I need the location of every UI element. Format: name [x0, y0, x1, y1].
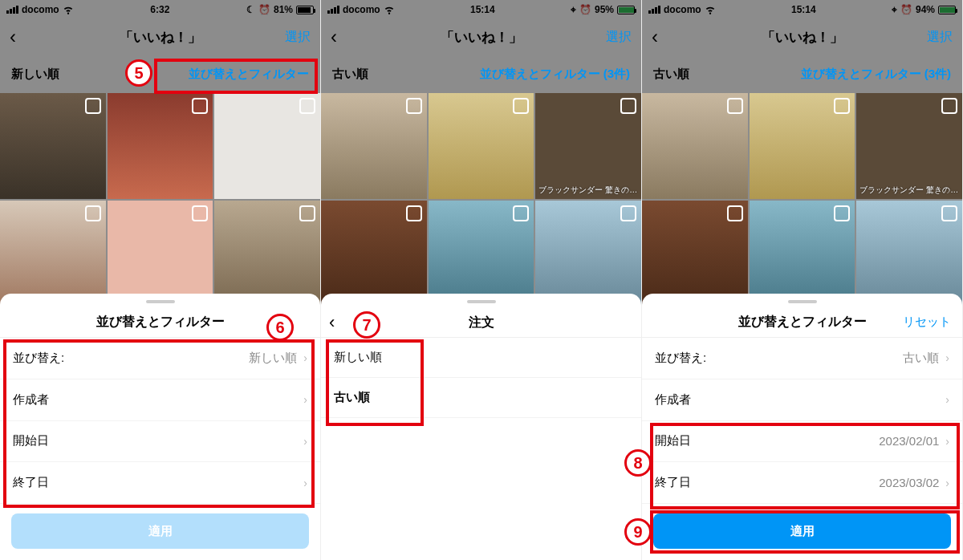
sheet-header: 並び替えとフィルター リセット	[642, 308, 962, 337]
filter-sheet: 並び替えとフィルター リセット 並び替え: 古い順› 作成者 › 開始日 202…	[642, 294, 962, 560]
select-checkbox[interactable]	[727, 98, 743, 114]
thumbnail-grid: 思い出 他人	[0, 93, 320, 326]
thumbnail[interactable]: ブラックサンダー 驚きの真実	[535, 93, 641, 199]
thumbnail[interactable]: ブラックサンダー 驚きの真実	[856, 93, 962, 199]
page-title: 「いいね！」	[120, 28, 201, 47]
select-checkbox[interactable]	[513, 205, 529, 221]
sheet-title: 並び替えとフィルター	[738, 314, 867, 331]
row-value: 2023/03/02	[879, 476, 939, 489]
select-checkbox[interactable]	[727, 205, 743, 221]
select-button[interactable]: 選択	[285, 29, 311, 46]
thumbnail[interactable]	[214, 201, 320, 306]
select-button[interactable]: 選択	[606, 29, 632, 46]
thumbnail[interactable]	[321, 201, 427, 306]
sheet-handle[interactable]	[467, 300, 496, 303]
row-label: 開始日	[13, 433, 49, 448]
thumbnail[interactable]	[0, 93, 106, 199]
back-button[interactable]: ‹	[331, 26, 347, 48]
option-newest[interactable]: 新しい順	[321, 338, 641, 378]
select-checkbox[interactable]	[85, 205, 101, 221]
select-checkbox[interactable]	[620, 205, 636, 221]
filter-button[interactable]: 並び替えとフィルター	[189, 67, 309, 82]
select-checkbox[interactable]	[834, 205, 850, 221]
select-checkbox[interactable]	[941, 205, 957, 221]
sort-label: 古い順	[332, 67, 368, 82]
chevron-right-icon: ›	[945, 393, 949, 406]
sort-label: 古い順	[653, 67, 689, 82]
sheet-title: 注文	[469, 314, 494, 331]
row-label: 並び替え:	[13, 351, 64, 366]
select-checkbox[interactable]	[834, 98, 850, 114]
annotation-bubble: 6	[266, 314, 294, 341]
row-start-date[interactable]: 開始日 ›	[0, 421, 320, 463]
row-author[interactable]: 作成者 ›	[642, 379, 962, 421]
sheet-handle[interactable]	[788, 300, 817, 303]
select-checkbox[interactable]	[941, 98, 957, 114]
thumbnail[interactable]	[429, 93, 534, 199]
thumbnail[interactable]	[429, 201, 534, 306]
nav-header: ‹ 「いいね！」 選択	[0, 19, 320, 55]
option-label: 古い順	[334, 390, 370, 405]
filter-button[interactable]: 並び替えとフィルター (3件)	[480, 67, 631, 82]
select-checkbox[interactable]	[299, 205, 315, 221]
thumbnail-grid: ブラックサンダー 驚きの真実 ヴィーガ アラビア料理	[642, 93, 962, 326]
row-end-date[interactable]: 終了日 2023/03/02›	[642, 462, 962, 504]
thumbnail[interactable]	[0, 201, 106, 306]
back-button[interactable]: ‹	[652, 26, 668, 48]
select-checkbox[interactable]	[299, 98, 315, 114]
row-author[interactable]: 作成者 ›	[0, 379, 320, 421]
row-label: 開始日	[655, 433, 691, 448]
chevron-right-icon: ›	[303, 435, 307, 448]
apply-button[interactable]: 適用	[653, 513, 951, 549]
row-sort[interactable]: 並び替え: 古い順›	[642, 338, 962, 379]
thumbnail[interactable]	[214, 93, 320, 199]
thumbnail[interactable]	[750, 201, 855, 306]
filter-row: 古い順 並び替えとフィルター (3件)	[321, 55, 641, 93]
select-checkbox[interactable]	[406, 205, 422, 221]
thumbnail-grid: ブラックサンダー 驚きの真実 ヴィーガ アラビア料理	[321, 93, 641, 326]
select-button[interactable]: 選択	[927, 29, 953, 46]
thumbnail[interactable]	[321, 93, 427, 199]
apply-button[interactable]: 適用	[11, 513, 309, 549]
row-end-date[interactable]: 終了日 ›	[0, 462, 320, 504]
sheet-handle[interactable]	[146, 300, 175, 303]
apply-label: 適用	[790, 524, 815, 539]
thumbnail[interactable]	[535, 201, 641, 306]
row-value: 2023/02/01	[879, 434, 939, 448]
annotation-bubble: 8	[624, 449, 652, 477]
sort-label: 新しい順	[11, 67, 59, 82]
thumbnail[interactable]	[642, 201, 748, 306]
chevron-right-icon: ›	[303, 393, 307, 406]
select-checkbox[interactable]	[620, 98, 636, 114]
chevron-right-icon: ›	[945, 435, 949, 448]
page-title: 「いいね！」	[441, 28, 522, 47]
sheet-back-button[interactable]: ‹	[329, 312, 335, 333]
phone-2: docomo 15:14 ⌖ ⏰ 95% ‹ 「いいね！」 選択 古い順 並び替…	[321, 0, 642, 560]
select-checkbox[interactable]	[192, 205, 208, 221]
row-label: 作成者	[13, 392, 49, 408]
filter-button[interactable]: 並び替えとフィルター (3件)	[801, 67, 952, 82]
thumbnail[interactable]	[856, 201, 962, 306]
select-checkbox[interactable]	[513, 98, 529, 114]
back-button[interactable]: ‹	[10, 26, 26, 48]
thumbnail[interactable]	[750, 93, 855, 199]
thumbnail[interactable]	[108, 93, 213, 199]
chevron-right-icon: ›	[945, 351, 949, 364]
select-checkbox[interactable]	[406, 98, 422, 114]
phone-3: docomo 15:14 ⌖ ⏰ 94% ‹ 「いいね！」 選択 古い順 並び替…	[642, 0, 963, 560]
nav-header: ‹ 「いいね！」 選択	[321, 19, 641, 55]
chevron-right-icon: ›	[303, 477, 307, 489]
reset-button[interactable]: リセット	[903, 314, 951, 330]
option-oldest[interactable]: 古い順	[321, 378, 641, 418]
thumbnail[interactable]	[642, 93, 748, 199]
row-sort[interactable]: 並び替え: 新しい順›	[0, 338, 320, 379]
phone-1: docomo 6:32 ☾ ⏰ 81% ‹ 「いいね！」 選択 新しい順 並び替…	[0, 0, 321, 560]
row-label: 作成者	[655, 392, 691, 408]
select-checkbox[interactable]	[85, 98, 101, 114]
thumbnail[interactable]	[108, 201, 213, 306]
select-checkbox[interactable]	[192, 98, 208, 114]
row-value: 古い順	[903, 351, 939, 364]
row-start-date[interactable]: 開始日 2023/02/01›	[642, 421, 962, 463]
sheet-title: 並び替えとフィルター	[96, 314, 225, 331]
row-label: 並び替え:	[655, 351, 706, 366]
